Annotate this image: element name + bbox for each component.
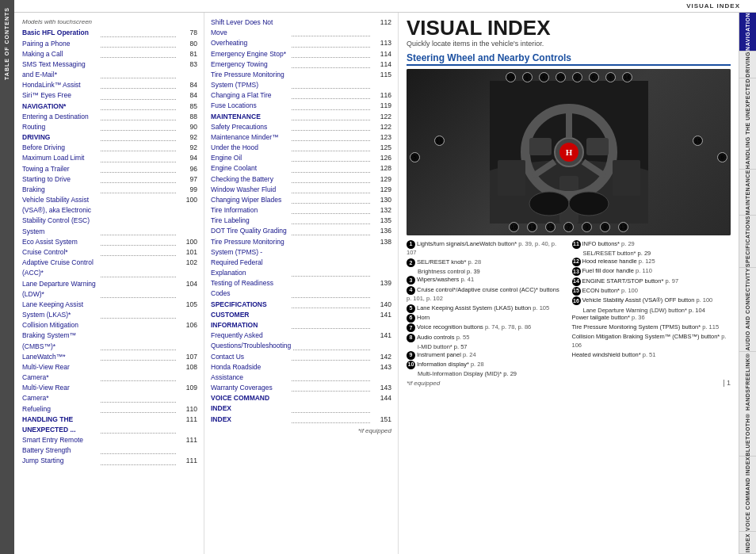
toc-item[interactable]: Engine Oil126 <box>211 153 391 163</box>
toc-item[interactable]: HANDLING THE UNEXPECTED ...111 <box>22 415 197 435</box>
legend-text: Collision Mitigation Braking System™ (CM… <box>572 333 727 349</box>
toc-item[interactable]: Tire Labeling135 <box>211 216 391 226</box>
tab-driving[interactable]: DRIVING <box>739 52 756 78</box>
toc-item[interactable]: Tire Information132 <box>211 205 391 216</box>
toc-item[interactable]: Checking the Battery129 <box>211 174 391 185</box>
toc-item[interactable]: Siri™ Eyes Free84 <box>22 90 197 101</box>
toc-item-page: 84 <box>178 90 197 101</box>
toc-item-title: Refueling <box>22 404 98 415</box>
top-callouts: 10 1 4 10 2 6 3 14 <box>407 72 731 82</box>
toc-item[interactable]: DRIVING92 <box>22 132 197 143</box>
toc-item[interactable]: Changing a Flat Tire116 <box>211 90 391 101</box>
toc-item[interactable]: Frequently Asked Questions/Troubleshooti… <box>211 330 391 351</box>
toc-item-title: Checking the Battery <box>211 174 289 185</box>
toc-item-page: 129 <box>372 174 391 185</box>
toc-item[interactable]: Pairing a Phone80 <box>22 39 197 49</box>
toc-item[interactable]: SPECIFICATIONS140 <box>211 300 391 310</box>
toc-item[interactable]: NAVIGATION*85 <box>22 101 197 112</box>
toc-item[interactable]: Shift Lever Does Not Move112 <box>211 17 391 38</box>
tab-voice[interactable]: VOICE COMMAND INDEX <box>739 457 756 532</box>
visual-index-column: VISUAL INDEX Quickly locate items in the… <box>399 13 739 554</box>
toc-item[interactable]: Honda Roadside Assistance143 <box>211 362 391 383</box>
toc-item[interactable]: Smart Entry Remote Battery Strength111 <box>22 435 197 456</box>
tab-maintenance[interactable]: MAINTENANCE <box>739 170 756 216</box>
table-of-contents-tab[interactable]: TABLE OF CONTENTS <box>0 0 14 554</box>
toc-item-page: 111 <box>178 456 197 466</box>
toc-item[interactable]: Fuse Locations119 <box>211 101 391 111</box>
legend-subitem: Lane Departure Warning (LDW) button* p. … <box>572 307 731 315</box>
toc-item[interactable]: Starting to Drive97 <box>22 174 197 185</box>
toc-item-page: 102 <box>178 258 197 278</box>
toc-item[interactable]: Lane Departure Warning (LDW)*104 <box>22 279 197 300</box>
toc-item[interactable]: Basic HFL Operation78 <box>22 28 197 38</box>
toc-item[interactable]: Multi-View Rear Camera*109 <box>22 383 197 403</box>
toc-item[interactable]: Tire Pressure Monitoring System (TPMS) -… <box>211 237 391 279</box>
toc-item[interactable]: Maintenance Minder™123 <box>211 132 391 143</box>
toc-item-page: 126 <box>372 153 391 163</box>
legend-subitem: i-MID button* p. 57 <box>407 343 566 351</box>
toc-item[interactable]: Refueling110 <box>22 404 197 415</box>
toc-item[interactable]: Overheating113 <box>211 38 391 48</box>
tab-handling[interactable]: HANDLING THE UNEXPECTED <box>739 78 756 170</box>
main-content: VISUAL INDEX Models with touchscreen Bas… <box>14 0 756 554</box>
toc-item[interactable]: Entering a Destination88 <box>22 112 197 122</box>
toc-item[interactable]: CUSTOMER INFORMATION141 <box>211 310 391 330</box>
toc-item[interactable]: Multi-View Rear Camera*108 <box>22 362 197 383</box>
toc-item[interactable]: Braking99 <box>22 185 197 195</box>
toc-item-title: Braking <box>22 185 98 195</box>
toc-item-page: 141 <box>372 310 391 330</box>
toc-item[interactable]: MAINTENANCE122 <box>211 112 391 122</box>
toc-item[interactable]: Engine Coolant128 <box>211 163 391 174</box>
legend-text: Lane Keeping Assist System (LKAS) button… <box>417 304 549 311</box>
tab-navigation-label: NAVIGATION <box>745 13 751 51</box>
toc-item[interactable]: Under the Hood125 <box>211 143 391 153</box>
toc-item-title: Adaptive Cruise Control (ACC)* <box>22 258 98 278</box>
toc-item[interactable]: Towing a Trailer96 <box>22 164 197 174</box>
toc-item[interactable]: Lane Keeping Assist System (LKAS)*105 <box>22 300 197 320</box>
legend-item: 15ECON button* p. 100 <box>572 287 731 296</box>
toc-item[interactable]: Testing of Readiness Codes139 <box>211 278 391 299</box>
toc-item[interactable]: Safety Precautions122 <box>211 122 391 132</box>
car-image: H <box>407 69 731 235</box>
toc-item[interactable]: Emergency Engine Stop*114 <box>211 49 391 59</box>
toc-item-page: 109 <box>178 383 197 403</box>
toc-item[interactable]: HondaLink™ Assist84 <box>22 80 197 90</box>
tab-audio[interactable]: AUDIO AND CONNECTIVITY <box>739 268 756 351</box>
legend-text: Audio controls p. 55 <box>417 334 469 341</box>
toc-item-title: Changing Wiper Blades <box>211 195 289 205</box>
toc-item[interactable]: DOT Tire Quality Grading136 <box>211 226 391 236</box>
toc-item[interactable]: SMS Text Messaging and E-Mail*83 <box>22 59 197 80</box>
toc-item[interactable]: Routing90 <box>22 122 197 132</box>
tab-index[interactable]: INDEX <box>739 532 756 554</box>
toc-item[interactable]: Eco Assist System100 <box>22 237 197 247</box>
toc-item[interactable]: Changing Wiper Blades130 <box>211 195 391 205</box>
toc-item[interactable]: Collision Mitigation Braking System™ (CM… <box>22 320 197 352</box>
toc-item[interactable]: INDEX151 <box>211 415 391 425</box>
tab-navigation[interactable]: NAVIGATION <box>739 13 756 52</box>
toc-item[interactable]: Emergency Towing114 <box>211 59 391 70</box>
visual-index-subtitle: Quickly locate items in the vehicle's in… <box>407 40 731 48</box>
toc-item[interactable]: Cruise Control*101 <box>22 247 197 258</box>
toc-item[interactable]: Before Driving92 <box>22 143 197 153</box>
columns-container: Models with touchscreen Basic HFL Operat… <box>14 13 756 554</box>
legend-item: 1Lights/turn signals/LaneWatch button* p… <box>407 240 566 258</box>
toc-item-page: 92 <box>178 143 197 153</box>
toc-item[interactable]: Jump Starting111 <box>22 456 197 466</box>
tab-bluetooth[interactable]: BLUETOOTH® HANDSFREELINK® <box>739 352 756 457</box>
toc-item[interactable]: VOICE COMMAND INDEX144 <box>211 393 391 414</box>
toc-item[interactable]: Adaptive Cruise Control (ACC)*102 <box>22 258 197 278</box>
toc-item[interactable]: Maximum Load Limit94 <box>22 153 197 163</box>
toc-item[interactable]: Warranty Coverages143 <box>211 383 391 393</box>
toc-item-title: Maintenance Minder™ <box>211 132 289 143</box>
toc-item[interactable]: Making a Call81 <box>22 49 197 59</box>
tab-specifications[interactable]: SPECIFICATIONS <box>739 216 756 268</box>
toc-item[interactable]: LaneWatch™*107 <box>22 352 197 362</box>
svg-rect-14 <box>613 160 640 196</box>
middle-items-container: Shift Lever Does Not Move112Overheating1… <box>211 17 391 425</box>
toc-item[interactable]: Vehicle Stability Assist (VSA®), aka Ele… <box>22 195 197 237</box>
toc-item[interactable]: Window Washer Fluid129 <box>211 185 391 195</box>
legend-text: SEL/RESET knob* p. 28 <box>417 259 481 266</box>
toc-item-page: 143 <box>372 362 391 383</box>
toc-item[interactable]: Tire Pressure Monitoring System (TPMS)11… <box>211 70 391 90</box>
toc-item[interactable]: Contact Us142 <box>211 352 391 362</box>
